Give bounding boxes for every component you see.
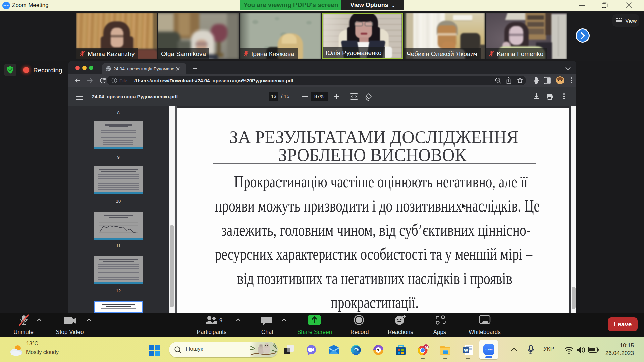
svg-text:/Users/andrew/Downloads/24.04_: /Users/andrew/Downloads/24.04_презентаці… (134, 78, 294, 83)
svg-text:W: W (464, 348, 468, 353)
svg-text:M: M (425, 345, 428, 350)
svg-text:24.04_презентація Рудомане: 24.04_презентація Рудомане (113, 66, 174, 71)
svg-text:File: File (119, 78, 127, 83)
svg-text:View: View (625, 18, 637, 24)
svg-text:9: 9 (219, 317, 222, 324)
